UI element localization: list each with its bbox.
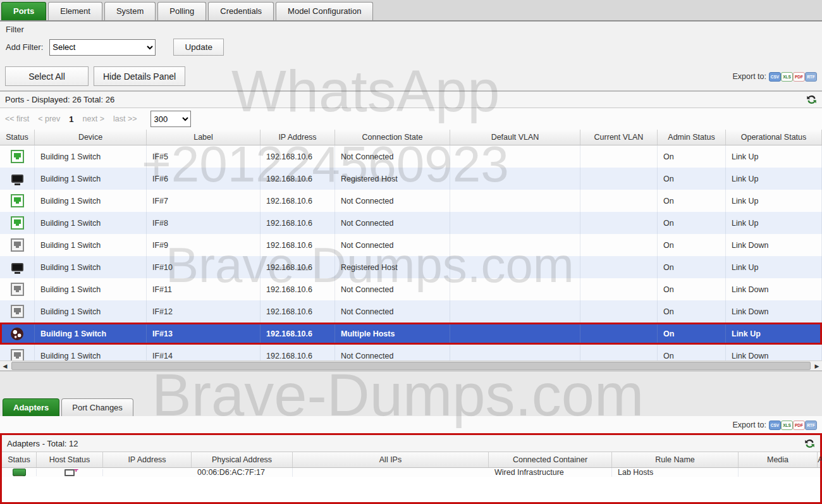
table-cell: Building 1 Switch: [35, 300, 147, 323]
column-header[interactable]: Status: [2, 452, 37, 467]
table-cell: 192.168.10.6: [261, 212, 335, 234]
scrollbar-thumb[interactable]: [11, 362, 811, 370]
table-cell: On: [658, 323, 726, 345]
table-row[interactable]: Building 1 SwitchIF#11192.168.10.6Not Co…: [0, 278, 822, 300]
table-row[interactable]: Building 1 SwitchIF#13192.168.10.6Multip…: [0, 323, 822, 345]
column-header[interactable]: All IPs: [293, 452, 489, 467]
tab-element[interactable]: Element: [48, 2, 102, 20]
pagination-last-link[interactable]: last >>: [113, 114, 137, 123]
update-button[interactable]: Update: [173, 39, 224, 56]
table-row[interactable]: Building 1 SwitchIF#14192.168.10.6Not Co…: [0, 345, 822, 360]
column-header[interactable]: Media: [739, 452, 818, 467]
hide-details-panel-button[interactable]: Hide Details Panel: [94, 66, 185, 86]
port-up-icon: [11, 150, 24, 163]
table-cell: [580, 190, 658, 212]
table-cell: IF#6: [147, 168, 261, 190]
pagination-prev-link[interactable]: < prev: [38, 114, 60, 123]
tab-credentials[interactable]: Credentials: [208, 2, 274, 20]
tab-system[interactable]: System: [104, 2, 156, 20]
column-header[interactable]: Connected Container: [489, 452, 612, 467]
status-cell: [0, 234, 35, 256]
column-header[interactable]: IP Address: [103, 452, 192, 467]
table-cell: Multiple Hosts: [335, 323, 450, 345]
csv-export-icon[interactable]: CSV: [769, 421, 781, 430]
table-cell: 192.168.10.6: [261, 234, 335, 256]
table-cell: [580, 256, 658, 278]
export-to-label: Export to:: [733, 72, 767, 81]
table-row[interactable]: 00:06:D6:AC:7F:17Wired InfrastructureLab…: [2, 468, 820, 477]
xls-export-icon[interactable]: XLS: [781, 72, 793, 82]
pagination-next-link[interactable]: next >: [83, 114, 104, 123]
column-header[interactable]: Host Status: [37, 452, 103, 467]
ports-panel-title: Ports - Displayed: 26 Total: 26: [5, 95, 114, 104]
table-row[interactable]: Building 1 SwitchIF#8192.168.10.6Not Con…: [0, 212, 822, 234]
select-all-button[interactable]: Select All: [5, 66, 89, 86]
column-header[interactable]: Physical Address: [192, 452, 293, 467]
column-header[interactable]: Rule Name: [612, 452, 739, 467]
table-row[interactable]: Building 1 SwitchIF#12192.168.10.6Not Co…: [0, 300, 822, 323]
pdf-export-icon[interactable]: PDF: [793, 421, 805, 430]
table-row[interactable]: Building 1 SwitchIF#7192.168.10.6Not Con…: [0, 190, 822, 212]
table-cell: Not Connected: [335, 300, 450, 323]
table-cell: On: [658, 168, 726, 190]
table-row[interactable]: Building 1 SwitchIF#5192.168.10.6Not Con…: [0, 145, 822, 168]
refresh-icon[interactable]: [804, 438, 815, 449]
table-cell: [450, 345, 580, 360]
column-header[interactable]: IP Address: [261, 130, 335, 145]
horizontal-scrollbar: ◀ ▶: [0, 360, 822, 371]
tab-model-configuration[interactable]: Model Configuration: [276, 2, 373, 20]
table-row[interactable]: Building 1 SwitchIF#9192.168.10.6Not Con…: [0, 234, 822, 256]
csv-export-icon[interactable]: CSV: [769, 72, 781, 82]
refresh-icon[interactable]: [806, 94, 817, 105]
column-header[interactable]: Connection State: [335, 130, 450, 145]
table-cell: Link Up: [726, 190, 822, 212]
column-header[interactable]: Default VLAN: [450, 130, 580, 145]
table-row[interactable]: Building 1 SwitchIF#10192.168.10.6Regist…: [0, 256, 822, 278]
table-cell: Link Down: [726, 234, 822, 256]
adapters-table-header: StatusHost StatusIP AddressPhysical Addr…: [2, 452, 820, 468]
status-cell: [0, 345, 35, 360]
table-cell: Building 1 Switch: [35, 190, 147, 212]
host-icon: [11, 175, 23, 183]
table-cell: [580, 323, 658, 345]
column-header[interactable]: Device: [35, 130, 147, 145]
tab-adapters[interactable]: Adapters: [3, 398, 59, 416]
table-cell: IF#10: [147, 256, 261, 278]
status-cell: [0, 212, 35, 234]
page-size-select[interactable]: 300: [150, 111, 191, 127]
pagination-bar: << first < prev 1 next > last >> 300: [0, 108, 822, 130]
table-row[interactable]: Building 1 SwitchIF#6192.168.10.6Registe…: [0, 168, 822, 190]
table-cell: 192.168.10.6: [261, 190, 335, 212]
tab-port-changes[interactable]: Port Changes: [61, 398, 133, 416]
column-header[interactable]: Current VLAN: [580, 130, 658, 145]
tab-ports[interactable]: Ports: [1, 2, 46, 20]
port-down-icon: [11, 238, 24, 252]
table-cell: Link Up: [726, 256, 822, 278]
nic-icon: [13, 469, 26, 476]
pdf-export-icon[interactable]: PDF: [793, 72, 805, 82]
table-cell: 192.168.10.6: [261, 345, 335, 360]
table-cell: 192.168.10.6: [261, 323, 335, 345]
table-cell: Link Up: [726, 168, 822, 190]
table-cell: [580, 145, 658, 168]
table-cell: Building 1 Switch: [35, 323, 147, 345]
rtf-export-icon[interactable]: RTF: [805, 421, 817, 430]
xls-export-icon[interactable]: XLS: [781, 421, 793, 430]
scroll-left-arrow-icon[interactable]: ◀: [0, 363, 10, 369]
tab-polling[interactable]: Polling: [157, 2, 206, 20]
column-header[interactable]: Operational Status: [726, 130, 822, 145]
pagination-first-link[interactable]: << first: [5, 114, 29, 123]
status-cell: [0, 278, 35, 300]
add-filter-select[interactable]: Select: [49, 39, 156, 56]
port-up-icon: [11, 194, 24, 207]
table-cell: Building 1 Switch: [35, 256, 147, 278]
status-cell: [0, 323, 35, 345]
pagination-current-page: 1: [69, 114, 73, 124]
column-header[interactable]: Admin Status: [658, 130, 726, 145]
rtf-export-icon[interactable]: RTF: [805, 72, 817, 82]
adapters-panel-title: Adapters - Total: 12: [7, 439, 78, 448]
scroll-right-arrow-icon[interactable]: ▶: [812, 363, 822, 369]
column-header[interactable]: Label: [147, 130, 261, 145]
column-header[interactable]: A: [818, 452, 822, 467]
column-header[interactable]: Status: [0, 130, 35, 145]
